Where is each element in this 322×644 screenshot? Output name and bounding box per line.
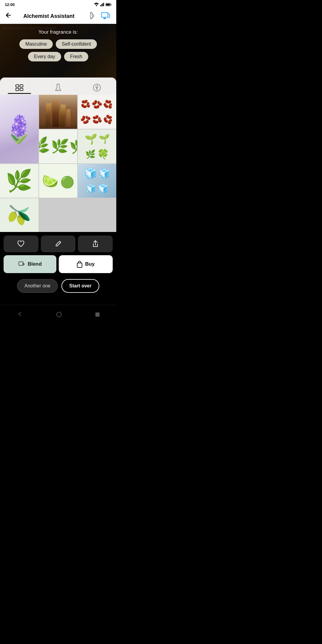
edit-button[interactable] (41, 236, 76, 252)
svg-rect-4 (103, 3, 104, 6)
tab-grid[interactable] (0, 81, 39, 94)
signal-icon (100, 3, 104, 6)
svg-rect-12 (103, 18, 106, 19)
buy-button[interactable]: Buy (59, 255, 113, 273)
svg-point-19 (57, 89, 58, 90)
tag-self-confident: Self-confident (56, 39, 97, 49)
svg-rect-2 (101, 4, 102, 6)
svg-rect-3 (102, 3, 103, 6)
main-buttons-row: Blend Buy (0, 252, 116, 273)
svg-rect-6 (111, 4, 112, 5)
svg-rect-13 (101, 13, 108, 17)
status-bar: 12:00 (0, 0, 116, 8)
tab-lab[interactable] (39, 80, 78, 95)
svg-rect-24 (77, 263, 82, 267)
svg-rect-14 (16, 85, 19, 87)
svg-point-22 (96, 87, 97, 88)
start-over-button[interactable]: Start over (61, 279, 99, 293)
main-card: 🪻 🫘 🫘 🫘 🫘 🫘 🫘 🌿 🌿 🌿 (0, 78, 116, 232)
tags-row-2: Every day Fresh (28, 52, 88, 61)
buy-label: Buy (85, 261, 95, 267)
ingredient-grid: 🪻 🫘 🫘 🫘 🫘 🫘 🫘 🌿 🌿 🌿 (0, 95, 116, 232)
svg-rect-16 (16, 88, 19, 91)
edit-icon (55, 241, 61, 247)
svg-rect-1 (100, 5, 101, 6)
lab-tab-icon (55, 83, 61, 92)
svg-point-9 (91, 13, 92, 13)
back-button[interactable] (5, 12, 12, 21)
ingredient-lime: 🍋‍🟩 🟢 (39, 164, 78, 198)
svg-point-20 (58, 89, 59, 89)
header-actions (86, 10, 112, 22)
ingredient-olive: 🫒 (0, 198, 38, 232)
page-title: Alchemist Assistant (23, 13, 74, 19)
ingredient-geranium: 🌿 (0, 164, 38, 198)
blend-button[interactable]: Blend (4, 255, 56, 273)
tag-masculine: Masculine (19, 39, 53, 49)
ingredient-lavender: 🪻 (0, 95, 38, 163)
ingredient-seeds: 🫘 🫘 🫘 🫘 🫘 🫘 (78, 95, 116, 129)
heart-icon (17, 241, 24, 247)
share-icon (92, 240, 98, 247)
tags-row-1: Masculine Self-confident (19, 39, 97, 49)
bottom-options: Another one Start over (0, 273, 116, 299)
svg-point-0 (96, 5, 97, 6)
tag-fresh: Fresh (64, 52, 88, 61)
grid-tab-icon (16, 84, 23, 91)
like-button[interactable] (4, 236, 38, 252)
tab-info[interactable] (78, 80, 116, 95)
hero-section: SECRET D'UNE CREATION UNIQUE Your fragra… (0, 24, 116, 83)
battery-icon (106, 3, 112, 6)
recents-nav-button[interactable] (93, 310, 102, 319)
svg-rect-7 (106, 4, 110, 5)
blend-icon (18, 261, 25, 267)
home-nav-button[interactable] (54, 309, 64, 320)
blend-label: Blend (28, 261, 42, 267)
status-icons (94, 3, 112, 6)
cast-button[interactable] (100, 10, 112, 22)
svg-rect-15 (20, 85, 23, 87)
cast-icon (101, 12, 110, 20)
nav-back-icon (17, 311, 23, 317)
another-one-button[interactable]: Another one (17, 279, 58, 293)
nav-home-icon (56, 312, 62, 317)
ingredient-rosemary: 🌿 🌿 🌿 (39, 129, 78, 163)
wifi-icon (94, 3, 99, 6)
pen-device-icon (87, 12, 95, 20)
share-button[interactable] (78, 236, 113, 252)
action-row (0, 232, 116, 252)
back-nav-button[interactable] (14, 309, 25, 320)
bag-icon (77, 261, 83, 268)
system-nav-bar (0, 305, 116, 325)
svg-rect-23 (19, 262, 23, 265)
tag-everyday: Every day (28, 52, 61, 61)
info-tab-icon (93, 83, 101, 92)
header: Alchemist Assistant (0, 8, 116, 24)
ingredient-wood (39, 95, 78, 129)
fragrance-label: Your fragrance is: (38, 29, 78, 35)
status-time: 12:00 (5, 2, 15, 7)
nav-recents-icon (95, 312, 100, 317)
tab-bar (0, 78, 116, 95)
ingredient-moss: 🌱 🌱 🌿 🍀 (78, 129, 116, 163)
svg-rect-17 (20, 88, 23, 91)
ingredient-ice: 🧊 🧊 🧊 🧊 (78, 164, 116, 198)
pen-device-button[interactable] (86, 10, 97, 22)
